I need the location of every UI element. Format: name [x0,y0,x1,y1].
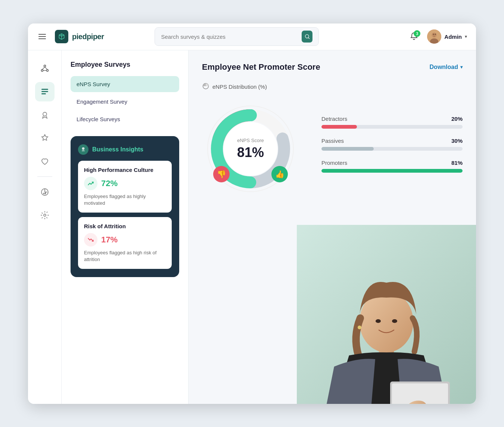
legend-item-passives: Passives 30% [321,138,463,151]
notification-badge: 3 [414,30,420,37]
nav-right: 3 Admin ▾ [407,29,467,44]
svg-point-8 [46,69,48,71]
legend-pct-detractors: 20% [451,116,463,122]
metric-badge-up [84,177,97,190]
main-content: Employee Net Promoter Score Download ▾ e… [189,50,476,404]
insight-card-performance: High Performance Culture 72% Employees f… [78,161,172,213]
content-header: Employee Net Promoter Score Download ▾ [202,62,463,72]
metric-value-attrition: 17% [101,235,118,245]
page-title: Employee Net Promoter Score [202,62,320,72]
insight-card-title-performance: High Performance Culture [84,167,166,173]
legend-bar-detractors [321,125,463,129]
svg-point-5 [435,34,436,35]
avatar [427,29,441,44]
svg-point-7 [41,69,43,71]
admin-menu[interactable]: Admin ▾ [427,29,467,44]
sidebar-item-favorites[interactable] [35,128,55,148]
svg-rect-17 [43,193,44,194]
donut-chart: eNPS Score 81% 👎 👍 [202,100,299,197]
enps-distribution-icon [202,82,209,91]
sidebar-item-settings[interactable] [35,205,55,225]
search-bar[interactable] [155,27,319,46]
sidebar-item-badges[interactable] [35,105,55,125]
donut-value: 81% [237,144,264,160]
photo-background [297,225,476,404]
legend-pct-promoters: 81% [451,160,463,166]
survey-item-enps[interactable]: eNPS Survey [71,76,179,92]
sidebar-item-surveys[interactable] [35,82,55,101]
sidebar-item-analytics[interactable] [35,182,55,202]
sidebar-divider [37,176,52,177]
insight-desc-attrition: Employees flagged as high risk of attrit… [84,249,166,263]
svg-rect-12 [41,89,48,90]
insight-metric-row-performance: 72% [84,177,166,190]
legend-name-detractors: Detractors [321,116,347,122]
svg-point-15 [43,112,47,116]
admin-chevron-icon: ▾ [465,34,467,39]
svg-point-20 [82,147,85,150]
download-chevron-icon: ▾ [460,65,463,70]
notifications-button[interactable]: 3 [407,29,421,44]
insights-panel: Business Insights High Performance Cultu… [71,136,179,277]
legend-area: Detractors 20% Passives 30% [321,116,463,182]
svg-rect-14 [41,93,46,94]
enps-chart-area: eNPS Score 81% 👎 👍 Detractors 20% [202,100,463,197]
thumbs-up-bubble: 👍 [271,166,288,182]
search-button[interactable] [302,31,312,43]
insight-card-attrition: Risk of Attrition 17% Employees flagged … [78,217,172,269]
svg-point-2 [432,32,437,38]
svg-point-32 [376,319,381,323]
svg-rect-18 [45,192,46,194]
svg-point-34 [358,326,361,329]
legend-bar-passives [321,147,463,151]
logo: piedpiper [55,30,104,43]
svg-point-33 [392,319,397,323]
legend-name-promoters: Promoters [321,160,347,166]
survey-item-lifecycle[interactable]: Lifecycle Surveys [71,111,179,127]
download-button[interactable]: Download ▾ [430,64,463,70]
insight-metric-row-attrition: 17% [84,233,166,247]
svg-point-19 [44,214,46,216]
logo-text: piedpiper [72,32,104,41]
sidebar-item-nodes[interactable] [35,59,55,78]
legend-name-passives: Passives [321,138,344,144]
insights-title: Business Insights [92,146,143,153]
insight-desc-performance: Employees flagged as highly motivated [84,193,166,207]
donut-label: eNPS Score [237,137,264,143]
svg-point-6 [44,65,46,67]
enps-distribution-label: eNPS Distribution (%) [212,84,267,90]
legend-pct-passives: 30% [451,138,463,144]
logo-icon [55,30,68,43]
main-body: Employee Surveys eNPS Survey Engagement … [28,50,476,404]
admin-label: Admin [444,34,462,40]
svg-point-4 [433,34,434,35]
survey-sidebar-title: Employee Surveys [71,61,179,69]
top-nav: piedpiper 3 [28,23,476,50]
legend-item-detractors: Detractors 20% [321,116,463,129]
icon-sidebar [28,50,62,404]
survey-sidebar: Employee Surveys eNPS Survey Engagement … [62,50,189,404]
legend-item-promoters: Promoters 81% [321,160,463,173]
metric-value-performance: 72% [101,179,118,188]
enps-label-row: eNPS Distribution (%) [202,82,463,91]
donut-center: eNPS Score 81% [237,137,264,160]
hamburger-menu[interactable] [37,32,47,41]
search-input[interactable] [161,34,299,40]
metric-badge-down [84,233,97,247]
svg-rect-13 [41,91,48,92]
sidebar-item-likes[interactable] [35,151,55,171]
insights-icon [78,144,88,155]
thumbs-down-bubble: 👎 [213,166,230,182]
svg-line-10 [45,67,47,69]
svg-line-9 [42,67,45,69]
insights-header: Business Insights [78,144,172,155]
survey-item-engagement[interactable]: Engagement Survey [71,94,179,110]
insight-card-title-attrition: Risk of Attrition [84,223,166,229]
legend-bar-promoters [321,169,463,173]
